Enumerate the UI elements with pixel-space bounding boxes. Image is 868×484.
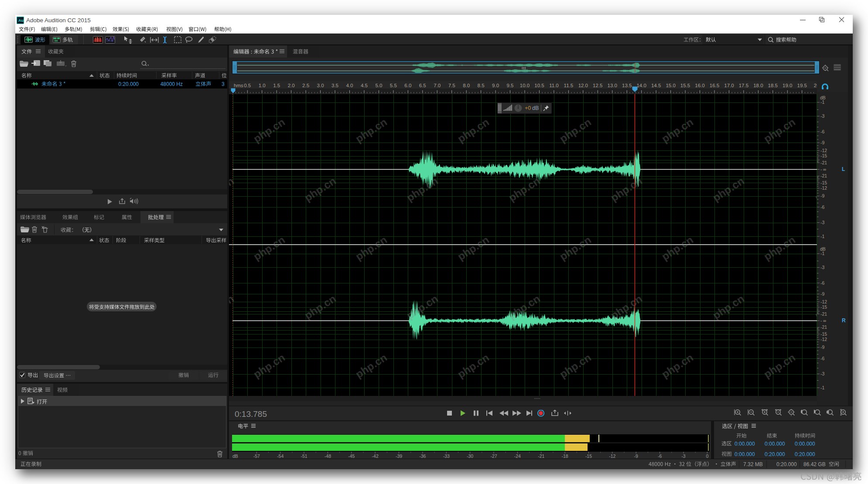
svg-text:-3: -3 (820, 220, 824, 225)
svg-text:-6: -6 (820, 356, 824, 361)
svg-text:-3: -3 (820, 113, 824, 119)
svg-text:-12: -12 (820, 185, 827, 191)
svg-text:-21: -21 (820, 173, 827, 178)
svg-text:-6: -6 (820, 129, 824, 134)
svg-text:-1: -1 (820, 99, 824, 105)
svg-text:-12: -12 (820, 337, 827, 342)
svg-text:-15: -15 (820, 153, 827, 158)
svg-text:-9: -9 (820, 344, 824, 350)
svg-text:-15: -15 (820, 331, 827, 337)
svg-text:-3: -3 (820, 265, 824, 270)
svg-text:-12: -12 (820, 148, 827, 153)
svg-text:- ∞: - ∞ (820, 318, 826, 323)
svg-text:-9: -9 (820, 140, 824, 145)
svg-text:-1: -1 (820, 234, 824, 239)
svg-text:-9: -9 (820, 291, 824, 297)
svg-text:-21: -21 (820, 311, 827, 317)
svg-text:-15: -15 (820, 304, 827, 310)
svg-text:-3: -3 (820, 371, 824, 376)
svg-text:-1: -1 (820, 385, 824, 390)
svg-text:-21: -21 (820, 160, 827, 165)
svg-text:-6: -6 (820, 280, 824, 286)
svg-text:-21: -21 (820, 324, 827, 330)
svg-text:-9: -9 (820, 193, 824, 198)
svg-text:-6: -6 (820, 205, 824, 210)
svg-text:-15: -15 (820, 180, 827, 185)
svg-text:-12: -12 (820, 299, 827, 304)
svg-text:-1: -1 (820, 251, 824, 256)
svg-text:- ∞: - ∞ (820, 167, 826, 172)
